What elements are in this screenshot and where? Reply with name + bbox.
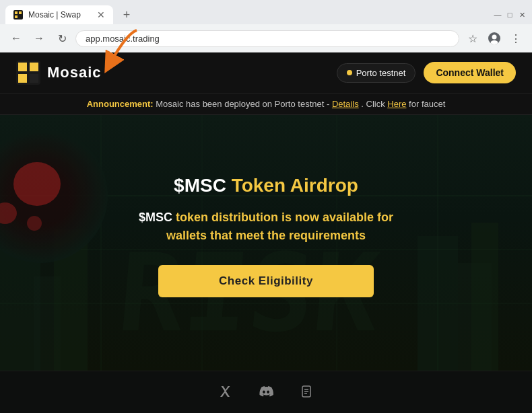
tab-favicon [13,10,23,20]
profile-icon[interactable] [485,29,504,48]
red-blob-3 [27,216,42,231]
toolbar-icons: ☆ ⋮ [463,29,525,48]
red-blob-1 [13,162,61,206]
announcement-bar: Announcement: Mosaic has been deployed o… [0,93,532,115]
docs-icon[interactable] [296,381,317,402]
svg-point-6 [492,35,497,40]
window-controls: — □ ✕ [493,10,527,20]
logo-icon [16,61,40,85]
hero-subtitle: $MSC token distribution is now available… [138,209,394,245]
tab-title: Mosaic | Swap [28,10,81,20]
hero-title: $MSC Token Airdrop [138,175,394,196]
tab-close-button[interactable]: ✕ [97,9,105,20]
svg-rect-1 [15,11,18,14]
nav-bar: ← → ↻ app.mosaic.trading ☆ ⋮ [0,24,532,52]
announcement-text: Mosaic has been deployed on Porto testne… [156,99,329,109]
close-button[interactable]: ✕ [517,10,527,20]
more-options-icon[interactable]: ⋮ [506,29,525,48]
forward-button[interactable]: → [30,29,48,48]
discord-icon[interactable] [255,381,277,402]
hero-content: $MSC Token Airdrop $MSC token distributi… [125,161,407,311]
minimize-button[interactable]: — [493,10,502,20]
hero-section: RISK $MSC Token Airdrop $MSC token distr… [0,115,532,371]
new-tab-button[interactable]: + [119,7,135,23]
hero-title-white: $MSC [174,175,226,196]
refresh-button[interactable]: ↻ [53,29,71,48]
svg-rect-10 [18,63,27,71]
back-button[interactable]: ← [7,29,26,48]
hero-title-highlight: Token Airdrop [232,175,358,196]
network-label: Porto testnet [356,68,406,78]
svg-rect-19 [471,223,498,371]
bookmark-icon[interactable]: ☆ [463,29,482,48]
browser-chrome: Mosaic | Swap ✕ + — □ ✕ ← → ↻ app.mosaic… [0,0,532,52]
network-status-dot [347,70,352,75]
svg-point-7 [491,40,498,44]
svg-rect-12 [18,74,27,83]
faucet-text: for faucet [409,99,445,109]
footer-bar [0,371,532,411]
address-bar[interactable]: app.mosaic.trading [75,30,459,47]
svg-rect-13 [30,74,38,83]
svg-rect-3 [15,15,18,18]
network-badge: Porto testnet [337,63,416,83]
svg-rect-4 [19,15,22,18]
subtitle-white-part: $MSC [139,211,172,224]
x-twitter-icon[interactable] [215,381,236,402]
subtitle-rest: token distribution is now available for … [166,211,393,242]
app-container: Mosaic Porto testnet Connect Wallet Anno… [0,52,532,413]
details-link[interactable]: Details [332,99,359,109]
tab-bar: Mosaic | Swap ✕ + — □ ✕ [0,0,532,24]
announcement-separator: . Click [361,99,385,109]
check-eligibility-button[interactable]: Check Eligibility [158,265,374,297]
here-link[interactable]: Here [387,99,406,109]
svg-rect-11 [30,63,38,71]
url-text: app.mosaic.trading [86,34,449,44]
logo-area: Mosaic [16,61,102,85]
active-tab[interactable]: Mosaic | Swap ✕ [5,5,113,24]
announcement-label: Announcement: [87,99,154,109]
app-header: Mosaic Porto testnet Connect Wallet [0,52,532,93]
connect-wallet-button[interactable]: Connect Wallet [424,62,516,83]
red-blob-2 [0,202,17,224]
logo-text: Mosaic [47,64,102,81]
header-right: Porto testnet Connect Wallet [337,62,516,83]
svg-rect-2 [19,11,22,14]
maximize-button[interactable]: □ [505,10,514,20]
